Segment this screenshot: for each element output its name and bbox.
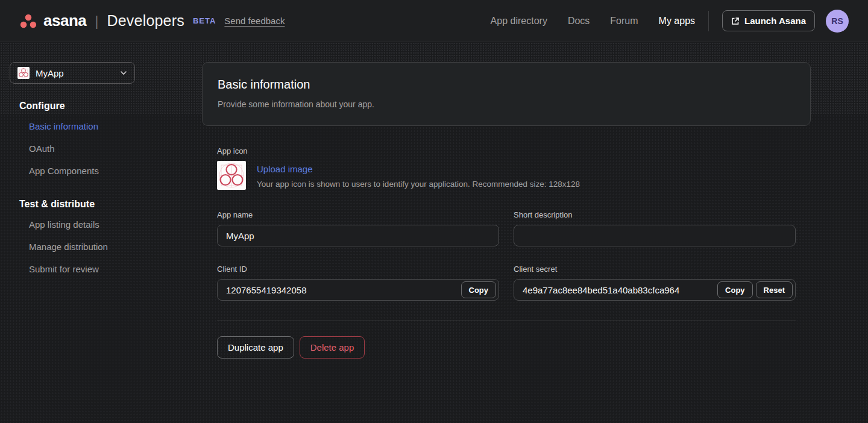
app-icon-preview[interactable]: [217, 161, 246, 190]
client-secret-label: Client secret: [514, 265, 796, 274]
form-grid: App name Short description Client ID Cop…: [217, 210, 796, 301]
sidebar-item-oauth[interactable]: OAuth: [10, 137, 135, 160]
short-description-field-group: Short description: [514, 210, 796, 246]
app-icon-row: Upload image Your app icon is shown to u…: [217, 161, 796, 190]
logo-developers-label: Developers: [107, 12, 184, 30]
logo-divider: |: [95, 13, 98, 30]
client-secret-reset-button[interactable]: Reset: [756, 281, 793, 298]
page-body: MyApp Configure Basic information OAuth …: [0, 42, 868, 423]
app-icon-label: App icon: [217, 146, 796, 155]
section-divider: [217, 321, 796, 321]
app-selector-label: MyApp: [36, 68, 114, 78]
app-name-input[interactable]: [217, 225, 499, 246]
sidebar: MyApp Configure Basic information OAuth …: [0, 42, 145, 423]
sidebar-item-submit-for-review[interactable]: Submit for review: [10, 258, 135, 280]
basic-information-card: Basic information Provide some informati…: [202, 62, 811, 126]
client-id-field-group: Client ID Copy: [217, 265, 499, 301]
nav-forum[interactable]: Forum: [610, 16, 638, 27]
beta-badge: BETA: [193, 16, 216, 25]
top-header: asana | Developers BETA Send feedback Ap…: [0, 0, 868, 42]
sidebar-item-manage-distribution[interactable]: Manage distribution: [10, 236, 135, 258]
section-heading-configure: Configure: [10, 101, 135, 111]
launch-asana-button[interactable]: Launch Asana: [722, 10, 815, 31]
section-heading-test-distribute: Test & distribute: [10, 199, 135, 210]
main-content: Basic information Provide some informati…: [145, 42, 868, 423]
chevron-down-icon: [120, 69, 127, 77]
app-selector-dropdown[interactable]: MyApp: [10, 62, 135, 84]
duplicate-app-button[interactable]: Duplicate app: [217, 336, 294, 359]
nav-docs[interactable]: Docs: [568, 16, 590, 27]
client-secret-field-group: Client secret Copy Reset: [514, 265, 796, 301]
short-description-input[interactable]: [514, 225, 796, 246]
app-icon-section: App icon Upload image Your app icon is s…: [217, 146, 796, 190]
external-link-icon: [731, 17, 740, 25]
app-icon-description: Your app icon is shown to users to ident…: [257, 180, 580, 189]
page-subtitle: Provide some information about your app.: [218, 99, 795, 109]
logo-wordmark: asana: [43, 11, 86, 30]
nav-my-apps[interactable]: My apps: [659, 16, 695, 27]
page-title: Basic information: [218, 78, 795, 92]
app-actions-row: Duplicate app Delete app: [217, 336, 796, 359]
launch-asana-label: Launch Asana: [744, 16, 806, 26]
sidebar-item-app-components[interactable]: App Components: [10, 160, 135, 182]
app-icon-info: Upload image Your app icon is shown to u…: [257, 161, 580, 189]
delete-app-button[interactable]: Delete app: [300, 336, 365, 359]
send-feedback-link[interactable]: Send feedback: [224, 16, 285, 26]
sidebar-section-test-distribute: Test & distribute App listing details Ma…: [10, 199, 135, 280]
nav-separator: [708, 11, 709, 31]
upload-image-link[interactable]: Upload image: [257, 164, 313, 174]
client-id-copy-button[interactable]: Copy: [461, 281, 497, 298]
short-description-label: Short description: [514, 210, 796, 219]
nav-app-directory[interactable]: App directory: [491, 16, 547, 27]
asana-logo-icon: [19, 13, 37, 30]
sidebar-item-app-listing-details[interactable]: App listing details: [10, 213, 135, 236]
client-secret-buttons: Copy Reset: [717, 281, 793, 298]
app-name-field-group: App name: [217, 210, 499, 246]
header-nav: App directory Docs Forum My apps: [491, 16, 695, 27]
client-id-input[interactable]: [217, 279, 499, 301]
user-avatar[interactable]: RS: [826, 10, 849, 33]
app-name-label: App name: [217, 210, 499, 219]
client-id-label: Client ID: [217, 265, 499, 274]
client-secret-copy-button[interactable]: Copy: [717, 281, 753, 298]
sidebar-item-basic-information[interactable]: Basic information: [10, 115, 135, 137]
sidebar-section-configure: Configure Basic information OAuth App Co…: [10, 101, 135, 182]
asana-developers-logo[interactable]: asana | Developers: [19, 11, 184, 30]
app-icon-mini: [17, 67, 30, 79]
client-id-buttons: Copy: [461, 281, 497, 298]
